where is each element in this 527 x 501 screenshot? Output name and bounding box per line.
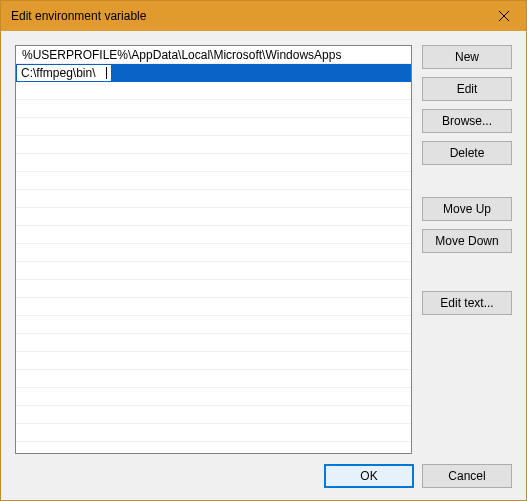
close-button[interactable] bbox=[481, 1, 526, 31]
list-row[interactable] bbox=[16, 334, 411, 352]
list-row[interactable]: %USERPROFILE%\AppData\Local\Microsoft\Wi… bbox=[16, 46, 411, 64]
path-input[interactable] bbox=[21, 64, 106, 82]
list-row[interactable] bbox=[16, 100, 411, 118]
delete-button[interactable]: Delete bbox=[422, 141, 512, 165]
text-caret bbox=[106, 67, 107, 79]
list-row[interactable] bbox=[16, 388, 411, 406]
list-row[interactable] bbox=[16, 118, 411, 136]
window-title: Edit environment variable bbox=[11, 9, 481, 23]
list-row[interactable] bbox=[16, 172, 411, 190]
browse-button[interactable]: Browse... bbox=[422, 109, 512, 133]
move-down-button[interactable]: Move Down bbox=[422, 229, 512, 253]
edit-button[interactable]: Edit bbox=[422, 77, 512, 101]
bottom-buttons: OK Cancel bbox=[15, 454, 512, 488]
cancel-button[interactable]: Cancel bbox=[422, 464, 512, 488]
list-row[interactable] bbox=[16, 190, 411, 208]
list-row[interactable] bbox=[16, 316, 411, 334]
ok-button[interactable]: OK bbox=[324, 464, 414, 488]
new-button[interactable]: New bbox=[422, 45, 512, 69]
edit-text-button[interactable]: Edit text... bbox=[422, 291, 512, 315]
list-row[interactable] bbox=[16, 244, 411, 262]
list-row[interactable] bbox=[16, 424, 411, 442]
list-row[interactable] bbox=[16, 64, 411, 82]
list-row[interactable] bbox=[16, 406, 411, 424]
list-row[interactable] bbox=[16, 136, 411, 154]
list-row[interactable] bbox=[16, 208, 411, 226]
title-bar[interactable]: Edit environment variable bbox=[1, 1, 526, 31]
move-up-button[interactable]: Move Up bbox=[422, 197, 512, 221]
inline-edit[interactable] bbox=[16, 64, 112, 82]
main-row: %USERPROFILE%\AppData\Local\Microsoft\Wi… bbox=[15, 45, 512, 454]
list-row[interactable] bbox=[16, 352, 411, 370]
client-area: %USERPROFILE%\AppData\Local\Microsoft\Wi… bbox=[1, 31, 526, 500]
side-buttons: New Edit Browse... Delete Move Up Move D… bbox=[422, 45, 512, 454]
list-row[interactable] bbox=[16, 298, 411, 316]
list-row[interactable] bbox=[16, 280, 411, 298]
list-row[interactable] bbox=[16, 226, 411, 244]
list-row[interactable] bbox=[16, 154, 411, 172]
list-row[interactable] bbox=[16, 82, 411, 100]
path-listbox[interactable]: %USERPROFILE%\AppData\Local\Microsoft\Wi… bbox=[15, 45, 412, 454]
list-row[interactable] bbox=[16, 262, 411, 280]
list-row[interactable] bbox=[16, 370, 411, 388]
close-icon bbox=[499, 11, 509, 21]
dialog-window: Edit environment variable %USERPROFILE%\… bbox=[0, 0, 527, 501]
